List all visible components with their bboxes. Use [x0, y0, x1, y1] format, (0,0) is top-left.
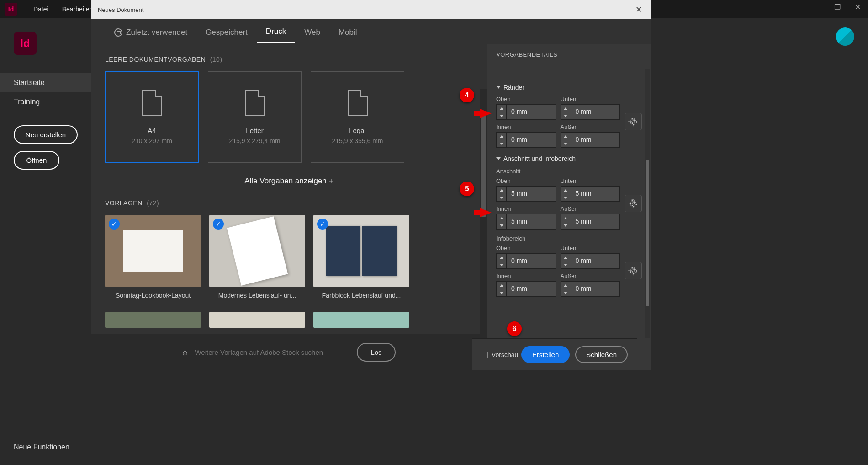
template-name: Sonntag-Lookbook-Layout	[105, 287, 201, 304]
template-name: Modernes Lebenslauf- un...	[209, 287, 305, 304]
label-margin-outside: Außen	[561, 123, 620, 130]
close-button[interactable]: Schließen	[575, 346, 628, 363]
margin-top-stepper[interactable]: 0 mm	[496, 104, 556, 120]
margin-outside-stepper[interactable]: 0 mm	[561, 132, 620, 148]
preset-name: Letter	[246, 127, 263, 134]
page-icon	[142, 90, 162, 116]
tab-web[interactable]: Web	[295, 21, 329, 43]
show-all-presets[interactable]: Alle Vorgaben anzeigen+	[105, 172, 473, 199]
link-icon: ⛓	[627, 115, 640, 128]
dialog-tabs: Zuletzt verwendet Gespeichert Druck Web …	[91, 19, 651, 44]
template-thumb	[209, 312, 305, 328]
sidebar-new-features[interactable]: Neue Funktionen	[14, 443, 69, 451]
bleed-slug-collapse[interactable]: Anschnitt und Infobereich	[496, 155, 642, 162]
home-sidebar: Id Startseite Training Neu erstellen Öff…	[0, 18, 91, 465]
slug-top-stepper[interactable]: 0 mm	[496, 253, 556, 269]
preset-name: Legal	[349, 127, 366, 134]
tab-print[interactable]: Druck	[257, 20, 295, 43]
owned-badge-icon: ✓	[109, 219, 120, 230]
bleed-label: Anschnitt	[496, 168, 642, 175]
clock-icon	[114, 28, 122, 37]
go-button[interactable]: Los	[357, 343, 395, 362]
create-button[interactable]: Erstellen	[521, 346, 570, 363]
creative-cloud-icon[interactable]	[836, 27, 854, 46]
tab-recent[interactable]: Zuletzt verwendet	[105, 21, 196, 43]
margin-bottom-stepper[interactable]: 0 mm	[561, 104, 620, 120]
page-icon	[245, 90, 265, 116]
unlink-icon: ⛓	[627, 264, 640, 277]
stock-search-input[interactable]	[195, 348, 350, 356]
slug-bottom-stepper[interactable]: 0 mm	[561, 253, 620, 269]
label-margin-bottom: Unten	[561, 96, 620, 102]
chevron-down-icon	[496, 157, 501, 160]
template-card[interactable]	[209, 312, 305, 328]
label-slug-bottom: Unten	[561, 245, 620, 251]
dialog-title: Neues Dokument	[98, 6, 143, 13]
preset-details-panel: VORGABENDETAILS Ränder Oben 0 mm Unten	[487, 44, 651, 370]
template-thumb: ✓	[313, 215, 409, 287]
preset-dimensions: 215,9 x 279,4 mm	[229, 137, 280, 144]
new-document-button[interactable]: Neu erstellen	[14, 125, 78, 144]
chevron-down-icon	[496, 86, 501, 89]
slug-outside-stepper[interactable]: 0 mm	[561, 281, 620, 297]
sidebar-item-training[interactable]: Training	[0, 92, 91, 112]
details-scrollbar[interactable]	[645, 69, 650, 338]
template-card[interactable]: ✓ Sonntag-Lookbook-Layout	[105, 215, 201, 304]
preview-checkbox[interactable]	[482, 352, 488, 358]
label-bleed-top: Oben	[496, 177, 556, 184]
label-margin-inside: Innen	[496, 123, 556, 130]
label-slug-outside: Außen	[561, 273, 620, 279]
menu-file[interactable]: Datei	[26, 5, 55, 13]
template-thumb: ✓	[105, 215, 201, 287]
app-icon-large: Id	[14, 32, 37, 55]
link-slug-button[interactable]: ⛓	[625, 262, 642, 279]
link-margins-button[interactable]: ⛓	[625, 113, 642, 130]
template-card[interactable]	[313, 312, 409, 328]
bleed-bottom-stepper[interactable]: 5 mm	[561, 186, 620, 202]
bleed-inside-stepper[interactable]: 5 mm	[496, 214, 556, 230]
dialog-footer: Vorschau Erstellen Schließen	[472, 338, 637, 370]
label-bleed-outside: Außen	[561, 205, 620, 212]
preset-dimensions: 210 x 297 mm	[132, 137, 172, 144]
preset-legal[interactable]: Legal 215,9 x 355,6 mm	[311, 71, 404, 163]
template-card[interactable]: ✓ Modernes Lebenslauf- un...	[209, 215, 305, 304]
annotation-badge-4: 4	[460, 88, 474, 102]
link-icon: ⛓	[627, 197, 640, 210]
dialog-title-bar: Neues Dokument ✕	[91, 0, 651, 19]
preset-name: A4	[148, 127, 156, 134]
annotation-arrow-4	[480, 109, 492, 118]
sidebar-item-home[interactable]: Startseite	[0, 73, 91, 92]
stock-search-bar: ⌕ Los	[91, 334, 487, 370]
templates-heading: VORLAGEN (72)	[105, 199, 473, 207]
template-card[interactable]	[105, 312, 201, 328]
left-scrollbar[interactable]	[480, 89, 487, 370]
preview-label: Vorschau	[492, 351, 518, 358]
template-card[interactable]: ✓ Farbblock Lebenslauf und...	[313, 215, 409, 304]
bleed-top-stepper[interactable]: 5 mm	[496, 186, 556, 202]
details-title: VORGABENDETAILS	[496, 51, 642, 58]
new-document-dialog: Neues Dokument ✕ Zuletzt verwendet Gespe…	[91, 0, 651, 370]
template-thumb	[105, 312, 201, 328]
window-restore-icon[interactable]: ❐	[827, 0, 847, 14]
page-icon	[348, 90, 368, 116]
preset-letter[interactable]: Letter 215,9 x 279,4 mm	[208, 71, 302, 163]
dialog-close-icon[interactable]: ✕	[633, 5, 645, 15]
tab-saved[interactable]: Gespeichert	[196, 21, 257, 43]
template-thumb: ✓	[209, 215, 305, 287]
link-bleed-button[interactable]: ⛓	[625, 195, 642, 212]
margin-inside-stepper[interactable]: 0 mm	[496, 132, 556, 148]
annotation-badge-6: 6	[507, 321, 522, 336]
slug-label: Infobereich	[496, 235, 642, 242]
bleed-outside-stepper[interactable]: 5 mm	[561, 214, 620, 230]
window-close-icon[interactable]: ✕	[847, 0, 868, 14]
preset-a4[interactable]: A4 210 x 297 mm	[105, 71, 199, 163]
label-margin-top: Oben	[496, 96, 556, 102]
margins-collapse[interactable]: Ränder	[496, 84, 642, 91]
owned-badge-icon: ✓	[213, 219, 224, 230]
presets-heading: LEERE DOKUMENTVORGABEN (10)	[105, 56, 473, 63]
search-icon: ⌕	[182, 347, 188, 358]
open-button[interactable]: Öffnen	[14, 151, 59, 170]
tab-mobile[interactable]: Mobil	[329, 21, 366, 43]
annotation-arrow-5	[480, 208, 492, 217]
slug-inside-stepper[interactable]: 0 mm	[496, 281, 556, 297]
